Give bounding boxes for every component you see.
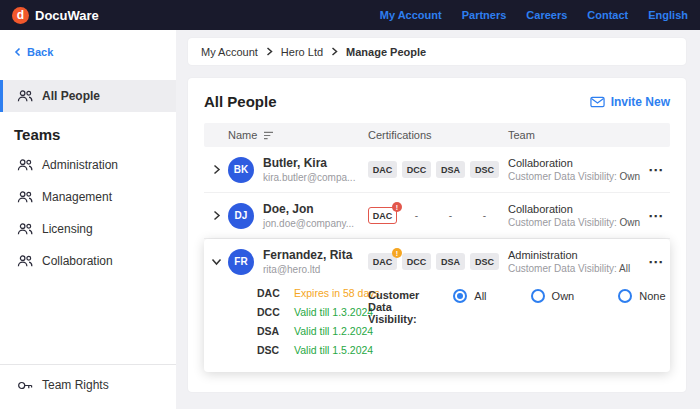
nav-contact[interactable]: Contact — [587, 9, 628, 21]
sidebar-item-management[interactable]: Management — [0, 181, 176, 213]
person-email: kira.butler@compa... — [263, 172, 355, 183]
sidebar-item-label: All People — [42, 89, 100, 103]
cert-code: DSC — [257, 344, 285, 356]
team-name: Collaboration — [508, 157, 642, 169]
cert-badge: DAC — [368, 161, 397, 178]
cert-badge: DCC — [402, 253, 431, 270]
radio-all[interactable]: All — [453, 289, 486, 303]
person-name: Fernandez, Rita — [263, 248, 352, 262]
avatar: DJ — [228, 203, 254, 229]
row-details: DAC Expires in 58 days DCC Valid till 1.… — [204, 284, 670, 372]
people-panel: All People Invite New Name Certification… — [188, 78, 686, 392]
key-icon — [17, 379, 33, 392]
invite-new-button[interactable]: Invite New — [590, 95, 670, 109]
person-name: Doe, Jon — [263, 202, 354, 216]
warning-dot-icon: ! — [392, 248, 402, 258]
back-label: Back — [27, 46, 53, 58]
column-header-team: Team — [508, 129, 642, 141]
teams-heading: Teams — [0, 112, 176, 149]
brand-name: DocuWare — [35, 8, 99, 23]
sidebar-item-administration[interactable]: Administration — [0, 149, 176, 181]
radio-selected-icon — [453, 289, 467, 303]
cert-badge: DSA — [436, 253, 465, 270]
people-icon — [17, 190, 33, 204]
cert-badge: DCC — [402, 161, 431, 178]
top-bar: d DocuWare My Account Partners Careers C… — [0, 0, 700, 30]
expand-chevron-icon[interactable] — [204, 164, 228, 175]
expanded-row-block: FR Fernandez, Rita rita@hero.ltd DAC ! D… — [204, 239, 670, 372]
table-row-doe-jon[interactable]: DJ Doe, Jon jon.doe@company... DAC ! - -… — [204, 193, 670, 239]
cert-detail-dcc: DCC Valid till 1.3.2024 — [248, 305, 368, 318]
collapse-chevron-icon[interactable] — [204, 256, 228, 267]
sidebar-item-label: Licensing — [42, 222, 93, 236]
visibility-text: Customer Data Visibility: Own — [508, 217, 642, 228]
radio-own[interactable]: Own — [531, 289, 575, 303]
nav-partners[interactable]: Partners — [462, 9, 507, 21]
nav-language[interactable]: English — [648, 9, 688, 21]
alert-dot-icon: ! — [392, 202, 402, 212]
cert-empty: - — [436, 210, 465, 221]
expand-chevron-icon[interactable] — [204, 210, 228, 221]
chevron-left-icon — [14, 47, 22, 57]
sidebar-item-all-people[interactable]: All People — [0, 80, 176, 112]
row-menu-icon[interactable]: ⋯ — [642, 207, 670, 225]
sidebar-item-label: Management — [42, 190, 112, 204]
cert-status: Expires in 58 days — [294, 287, 380, 299]
person-email: rita@hero.ltd — [263, 264, 352, 275]
radio-label: All — [474, 290, 486, 302]
visibility-text: Customer Data Visibility: Own — [508, 171, 642, 182]
cert-code: DCC — [257, 306, 285, 318]
page-title: All People — [204, 93, 277, 110]
chevron-right-icon — [266, 47, 273, 56]
radio-unselected-icon — [618, 289, 632, 303]
people-icon — [17, 158, 33, 172]
people-icon — [17, 222, 33, 236]
envelope-icon — [590, 96, 605, 108]
main-content: My Account Hero Ltd Manage People All Pe… — [176, 30, 700, 409]
table-row-fernandez-rita[interactable]: FR Fernandez, Rita rita@hero.ltd DAC ! D… — [204, 239, 670, 284]
cert-badge: DSA — [436, 161, 465, 178]
cert-detail-dsa: DSA Valid till 1.2.2024 — [248, 324, 368, 337]
radio-label: None — [639, 290, 665, 302]
people-icon — [17, 254, 33, 268]
nav-careers[interactable]: Careers — [526, 9, 567, 21]
visibility-label: Customer Data Visibility: — [368, 289, 419, 325]
visibility-value: Own — [620, 171, 641, 182]
nav-my-account[interactable]: My Account — [380, 9, 442, 21]
cert-detail-dsc: DSC Valid till 1.5.2024 — [248, 343, 368, 356]
sort-icon[interactable] — [263, 131, 274, 140]
breadcrumb-hero-ltd[interactable]: Hero Ltd — [281, 46, 323, 58]
back-link[interactable]: Back — [0, 40, 176, 68]
certification-list: DAC Expires in 58 days DCC Valid till 1.… — [248, 286, 368, 356]
sidebar-item-collaboration[interactable]: Collaboration — [0, 245, 176, 277]
cert-empty: - — [402, 210, 431, 221]
column-header-name[interactable]: Name — [228, 129, 368, 141]
table-header: Name Certifications Team — [204, 123, 670, 147]
cert-badge: DSC — [470, 253, 499, 270]
radio-none[interactable]: None — [618, 289, 665, 303]
radio-unselected-icon — [531, 289, 545, 303]
cert-code: DSA — [257, 325, 285, 337]
breadcrumb-current: Manage People — [346, 46, 426, 58]
sidebar-item-label: Collaboration — [42, 254, 113, 268]
row-menu-icon[interactable]: ⋯ — [642, 161, 670, 179]
breadcrumb-my-account[interactable]: My Account — [201, 46, 258, 58]
people-icon — [17, 89, 33, 103]
visibility-text: Customer Data Visibility: All — [508, 263, 642, 274]
visibility-options: Customer Data Visibility: All Own None — [368, 286, 666, 356]
sidebar-item-team-rights[interactable]: Team Rights — [0, 369, 176, 401]
team-name: Administration — [508, 249, 642, 261]
visibility-value: Own — [620, 217, 641, 228]
table-row-butler-kira[interactable]: BK Butler, Kira kira.butler@compa... DAC… — [204, 147, 670, 193]
cert-status: Valid till 1.3.2024 — [294, 306, 373, 318]
invite-new-label: Invite New — [611, 95, 670, 109]
avatar: BK — [228, 157, 254, 183]
cert-detail-dac: DAC Expires in 58 days — [248, 286, 368, 299]
row-menu-icon[interactable]: ⋯ — [642, 253, 670, 271]
avatar: FR — [228, 249, 254, 275]
breadcrumb: My Account Hero Ltd Manage People — [188, 38, 686, 65]
team-name: Collaboration — [508, 203, 642, 215]
person-email: jon.doe@company... — [263, 218, 354, 229]
sidebar-item-licensing[interactable]: Licensing — [0, 213, 176, 245]
cert-code: DAC — [257, 287, 285, 299]
